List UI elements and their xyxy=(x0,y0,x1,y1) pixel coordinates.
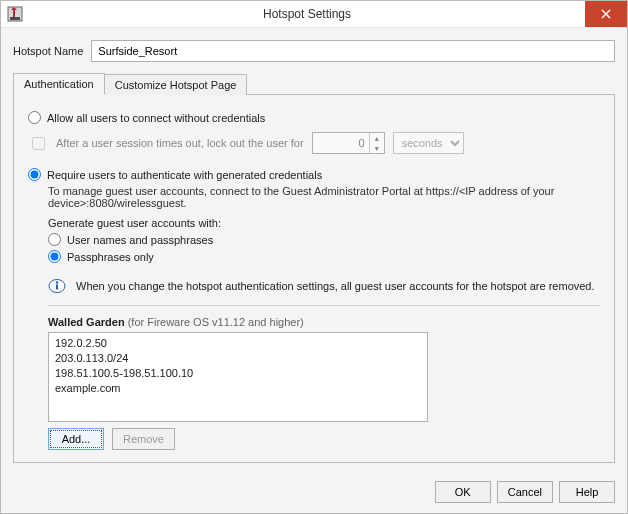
walled-garden-list[interactable]: 192.0.2.50203.0.113.0/24198.51.100.5-198… xyxy=(48,332,428,422)
radio-require-auth[interactable] xyxy=(28,168,41,181)
spinner-up-icon: ▲ xyxy=(370,133,384,143)
dialog-footer: OK Cancel Help xyxy=(1,473,627,513)
hotspot-name-row: Hotspot Name xyxy=(13,40,615,62)
hotspot-settings-window: Hotspot Settings Hotspot Name Authentica… xyxy=(0,0,628,514)
list-item[interactable]: 203.0.113.0/24 xyxy=(55,351,421,366)
help-button[interactable]: Help xyxy=(559,481,615,503)
list-item[interactable]: 192.0.2.50 xyxy=(55,336,421,351)
lockout-value-input xyxy=(313,133,369,153)
radio-gen-passonly-label: Passphrases only xyxy=(67,251,154,263)
tab-authentication[interactable]: Authentication xyxy=(13,73,105,95)
option-require-auth[interactable]: Require users to authenticate with gener… xyxy=(28,168,600,181)
walled-garden-title-row: Walled Garden (for Fireware OS v11.12 an… xyxy=(48,316,600,328)
tab-customize-hotspot-page[interactable]: Customize Hotspot Page xyxy=(104,74,248,95)
close-icon xyxy=(601,9,611,19)
radio-gen-userpass[interactable] xyxy=(48,233,61,246)
client-area: Hotspot Name Authentication Customize Ho… xyxy=(1,28,627,473)
info-text: When you change the hotspot authenticati… xyxy=(76,280,595,292)
hotspot-name-input[interactable] xyxy=(91,40,615,62)
hotspot-name-label: Hotspot Name xyxy=(13,45,83,57)
spinner-down-icon: ▼ xyxy=(370,143,384,153)
window-title: Hotspot Settings xyxy=(29,1,585,27)
separator xyxy=(48,305,600,306)
radio-require-auth-label: Require users to authenticate with gener… xyxy=(47,169,322,181)
lockout-row: After a user session times out, lock out… xyxy=(28,132,600,154)
walled-garden-hint: (for Fireware OS v11.12 and higher) xyxy=(128,316,304,328)
remove-button: Remove xyxy=(112,428,175,450)
svg-rect-8 xyxy=(56,285,58,290)
option-gen-userpass[interactable]: User names and passphrases xyxy=(48,233,600,246)
lockout-value-spinner: ▲ ▼ xyxy=(312,132,385,154)
radio-gen-userpass-label: User names and passphrases xyxy=(67,234,213,246)
walled-garden-title: Walled Garden xyxy=(48,316,125,328)
list-item[interactable]: example.com xyxy=(55,381,421,396)
generate-accounts-label: Generate guest user accounts with: xyxy=(48,217,600,229)
info-row: When you change the hotspot authenticati… xyxy=(48,277,600,295)
lockout-unit-select: seconds xyxy=(393,132,464,154)
titlebar: Hotspot Settings xyxy=(1,1,627,28)
info-icon xyxy=(48,277,66,295)
tab-panel-authentication: Allow all users to connect without crede… xyxy=(13,94,615,463)
option-gen-passonly[interactable]: Passphrases only xyxy=(48,250,600,263)
radio-allow-all[interactable] xyxy=(28,111,41,124)
option-allow-all[interactable]: Allow all users to connect without crede… xyxy=(28,111,600,124)
svg-rect-3 xyxy=(10,17,20,20)
ok-button[interactable]: OK xyxy=(435,481,491,503)
svg-point-7 xyxy=(56,281,59,284)
list-item[interactable]: 198.51.100.5-198.51.100.10 xyxy=(55,366,421,381)
checkbox-lockout xyxy=(32,137,45,150)
add-button[interactable]: Add... xyxy=(48,428,104,450)
tabstrip: Authentication Customize Hotspot Page xyxy=(13,72,615,94)
checkbox-lockout-label: After a user session times out, lock out… xyxy=(56,137,304,149)
radio-gen-passonly[interactable] xyxy=(48,250,61,263)
svg-rect-1 xyxy=(13,9,15,17)
radio-allow-all-label: Allow all users to connect without crede… xyxy=(47,112,265,124)
cancel-button[interactable]: Cancel xyxy=(497,481,553,503)
manage-guest-text: To manage guest user accounts, connect t… xyxy=(48,185,600,209)
app-icon xyxy=(1,1,29,27)
walled-garden-section: Walled Garden (for Fireware OS v11.12 an… xyxy=(48,316,600,450)
walled-garden-buttons: Add... Remove xyxy=(48,428,600,450)
close-button[interactable] xyxy=(585,1,627,27)
